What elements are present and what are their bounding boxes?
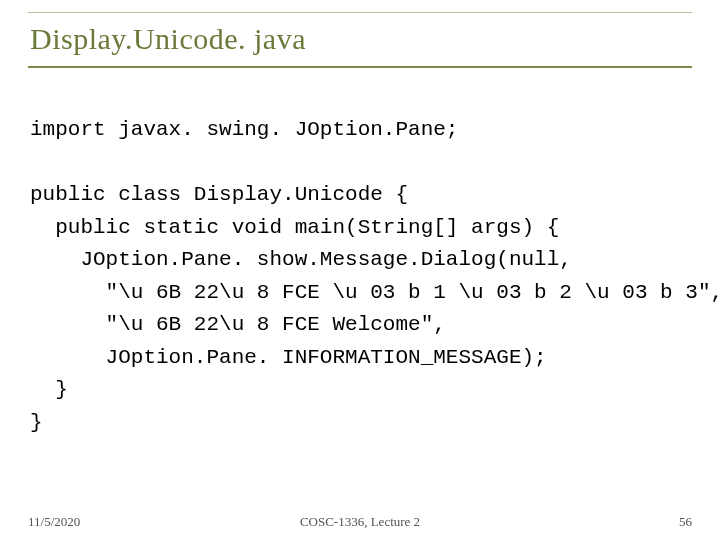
code-line: "\u 6B 22\u 8 FCE \u 03 b 1 \u 03 b 2 \u… [30,281,720,304]
footer-date: 11/5/2020 [28,514,80,530]
title-block: Display.Unicode. java [28,18,692,68]
code-line: public class Display.Unicode { [30,183,408,206]
slide: Display.Unicode. java import javax. swin… [0,0,720,540]
slide-title: Display.Unicode. java [30,22,692,56]
code-line: JOption.Pane. INFORMATION_MESSAGE); [30,346,559,369]
footer-page: 56 [679,514,692,530]
code-block: import javax. swing. JOption.Pane; publi… [28,114,692,439]
footer-center: COSC-1336, Lecture 2 [300,514,420,530]
footer: 11/5/2020 COSC-1336, Lecture 2 56 [28,514,692,530]
code-line: public static void main(String[] args) { [30,216,559,239]
code-line: "\u 6B 22\u 8 FCE Welcome", [30,313,446,336]
code-line: JOption.Pane. show.Message.Dialog(null, [30,248,572,271]
code-line: } [30,378,68,401]
code-line: } [30,411,43,434]
code-line: import javax. swing. JOption.Pane; [30,118,458,141]
